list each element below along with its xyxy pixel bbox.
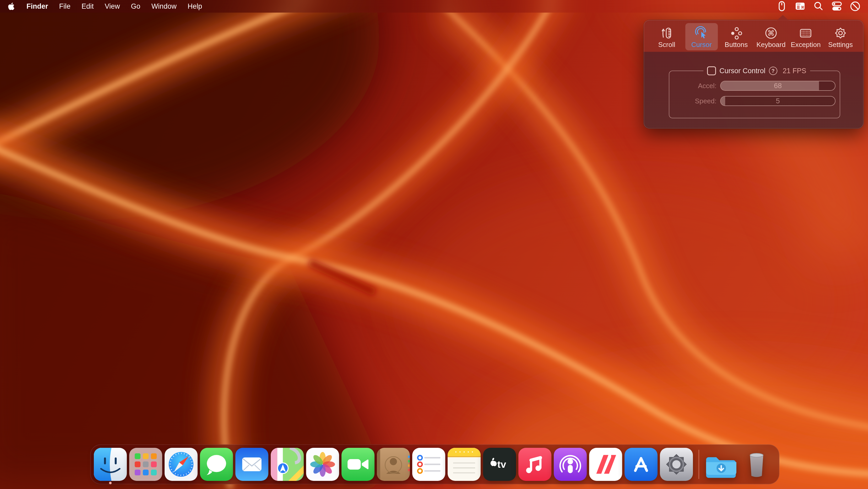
tab-cursor[interactable]: Cursor [685,23,718,50]
dock-icon-photos[interactable] [306,448,339,481]
help-icon[interactable]: ? [769,67,777,75]
active-app-menu[interactable]: Finder [21,0,54,12]
tab-buttons[interactable]: Buttons [720,23,752,50]
scroll-wheel-icon [660,25,674,40]
popover-tab-bar: Scroll Cursor Buttons ⌘ Keyboard Excepti… [644,20,864,52]
menu-file[interactable]: File [54,0,76,12]
dock-icon-notes[interactable] [447,448,480,481]
dock-icon-podcasts[interactable] [554,448,587,481]
dock-icon-finder[interactable] [94,448,127,481]
dock-divider [699,450,699,479]
dock-icon-reminders[interactable] [412,448,445,481]
dock-icon-mail[interactable] [235,448,268,481]
spotlight-search-icon[interactable] [812,1,825,12]
cursor-click-icon [695,25,708,40]
tab-keyboard[interactable]: ⌘ Keyboard [755,23,787,50]
svg-text:tv: tv [497,459,506,470]
menu-edit[interactable]: Edit [76,0,99,12]
command-glyph: ⌘ [767,29,775,37]
tab-settings[interactable]: Settings [824,23,857,50]
cursor-panel: Cursor Control ? 21 FPS Accel: 68 Speed:… [644,52,864,118]
tab-label: Keyboard [756,41,785,48]
speed-label: Speed: [680,97,716,105]
menu-go[interactable]: Go [126,0,146,12]
menu-bar-status-icons: ⌘ [776,1,861,12]
dock-icon-facetime[interactable] [341,448,374,481]
tab-label: Buttons [725,41,748,48]
tab-label: Scroll [658,41,675,48]
dock-icon-downloads-folder[interactable] [705,448,738,481]
dock-icon-launchpad[interactable] [129,448,162,481]
mouse-buttons-icon [730,25,743,40]
gear-icon [834,25,847,40]
dock-icon-music[interactable] [518,448,551,481]
menu-help[interactable]: Help [182,0,208,12]
popover-arrow [777,15,788,20]
accel-label: Accel: [680,82,716,90]
dock-icon-news[interactable] [589,448,622,481]
accel-slider[interactable]: 68 [720,81,836,91]
dock-icon-messages[interactable] [200,448,233,481]
dock-icon-trash[interactable] [740,448,773,481]
control-center-icon[interactable] [831,1,843,12]
svg-text:⌘: ⌘ [801,5,804,9]
command-key-icon: ⌘ [764,25,778,40]
menu-view[interactable]: View [99,0,126,12]
mouse-utility-popover: Scroll Cursor Buttons ⌘ Keyboard Excepti… [644,20,864,128]
dock-icon-contacts[interactable] [377,448,410,481]
cursor-control-header: Cursor Control ? 21 FPS [704,66,810,75]
speed-slider[interactable]: 5 [720,96,836,106]
mouse-icon[interactable] [776,1,788,12]
apple-logo-icon [8,2,15,10]
tab-label: Exception [791,41,820,48]
keyboard-grid-icon [799,25,812,40]
speed-row: Speed: 5 [680,96,840,106]
cursor-control-checkbox[interactable] [707,66,716,75]
circle-slash-icon[interactable] [849,1,861,12]
menu-bar: Finder File Edit View Go Window Help ⌘ [0,0,868,12]
dock-icon-tv[interactable]: tv [483,448,516,481]
fps-readout: 21 FPS [783,67,806,75]
dock-icon-system-settings[interactable] [660,448,693,481]
speed-value: 5 [721,96,835,106]
cursor-control-label: Cursor Control [719,67,766,75]
tab-label: Cursor [691,41,712,48]
finder-running-indicator [109,482,112,484]
tab-scroll[interactable]: Scroll [650,23,683,50]
dock-icon-safari[interactable] [164,448,197,481]
tab-label: Settings [828,41,853,48]
apple-menu[interactable] [5,2,17,10]
shortcuts-window-icon[interactable]: ⌘ [794,1,806,12]
dock-icon-maps[interactable] [271,448,304,481]
accel-row: Accel: 68 [680,81,840,91]
accel-value: 68 [721,81,835,90]
tab-exception[interactable]: Exception [789,23,822,50]
cursor-control-group: Cursor Control ? 21 FPS Accel: 68 Speed:… [669,66,840,118]
dock: tv [90,444,779,484]
dock-icon-app-store[interactable] [624,448,657,481]
menu-window[interactable]: Window [146,0,182,12]
